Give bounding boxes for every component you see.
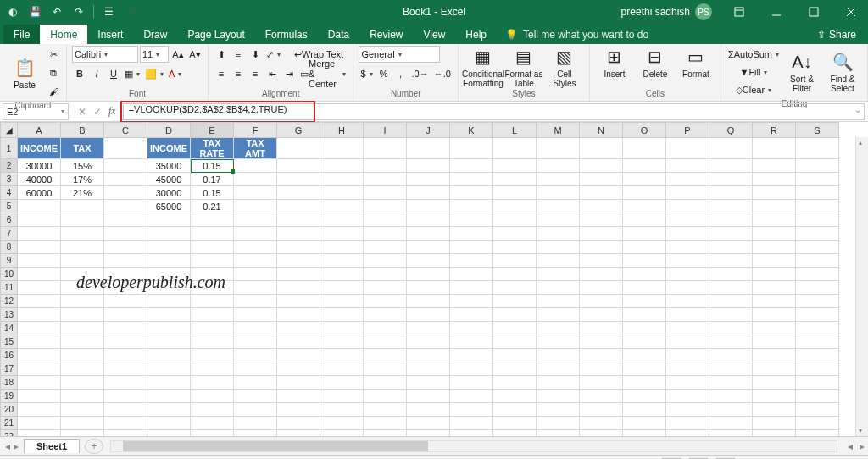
align-right-icon[interactable]: ≡ [248,65,263,82]
cell[interactable] [234,295,277,308]
cell[interactable] [666,227,709,241]
cell[interactable] [753,186,796,200]
cell[interactable] [580,295,623,308]
cell[interactable] [623,173,666,186]
cell[interactable] [147,322,191,335]
indent-right-icon[interactable]: ⇥ [281,65,297,82]
cell[interactable] [709,138,753,159]
cell[interactable] [364,349,407,362]
format-painter-icon[interactable]: 🖌 [46,83,61,100]
cell[interactable] [450,213,493,227]
cell[interactable] [277,138,320,159]
col-header[interactable]: S [796,123,839,138]
cell[interactable] [277,362,320,376]
cell[interactable] [709,159,753,173]
cell[interactable] [407,390,450,403]
row-header[interactable]: 10 [1,268,18,281]
cell[interactable] [623,430,666,438]
cell[interactable] [493,268,537,281]
fill-color-button[interactable]: 🟨 [143,65,165,82]
sort-filter-button[interactable]: A↓Sort & Filter [782,51,821,93]
cell[interactable] [364,138,407,159]
cell[interactable] [104,403,147,417]
bold-button[interactable]: B [72,65,87,82]
fx-icon[interactable]: fx [108,105,116,118]
tab-insert[interactable]: Insert [87,25,133,44]
cell[interactable] [666,138,709,159]
cell[interactable] [18,362,61,376]
cell[interactable] [61,430,104,438]
cell[interactable] [623,281,666,295]
row-header[interactable]: 14 [1,322,18,335]
cell[interactable] [18,295,61,308]
cell[interactable] [623,186,666,200]
cell[interactable] [450,417,493,430]
cell[interactable] [709,308,753,322]
worksheet[interactable]: ◢ A B C D E F G H I J K L M N O P Q R S … [0,122,868,437]
cell[interactable] [537,362,580,376]
cell[interactable] [234,227,277,241]
cell[interactable] [493,281,537,295]
cell[interactable] [407,268,450,281]
cell[interactable] [104,186,147,200]
cell[interactable] [493,335,537,349]
cell[interactable] [320,200,364,213]
cell[interactable] [666,254,709,268]
cell[interactable] [666,213,709,227]
cell[interactable]: TAX AMT [234,138,277,159]
cell[interactable] [709,173,753,186]
select-all-corner[interactable]: ◢ [1,123,18,138]
cell[interactable] [407,295,450,308]
cell[interactable] [753,322,796,335]
cell[interactable] [623,322,666,335]
cell[interactable] [147,308,191,322]
cell[interactable] [580,138,623,159]
cell[interactable] [277,308,320,322]
cell[interactable] [709,417,753,430]
cell[interactable] [580,308,623,322]
cell[interactable] [407,281,450,295]
cell[interactable] [104,349,147,362]
cell[interactable]: INCOME [147,138,191,159]
underline-button[interactable]: U [106,65,121,82]
cell[interactable] [234,200,277,213]
cell[interactable] [666,173,709,186]
cell[interactable] [320,362,364,376]
cell[interactable] [18,322,61,335]
cell[interactable] [234,335,277,349]
cell[interactable] [407,349,450,362]
touch-mode-icon[interactable]: ☰ [101,4,116,19]
cell[interactable] [580,227,623,241]
cell[interactable] [364,335,407,349]
cell[interactable] [753,417,796,430]
cell[interactable] [234,376,277,390]
cell[interactable] [320,159,364,173]
cell[interactable] [450,403,493,417]
cell[interactable] [191,362,234,376]
cell[interactable] [580,390,623,403]
cell[interactable] [407,159,450,173]
cell[interactable] [104,200,147,213]
cell[interactable] [753,173,796,186]
cell[interactable] [493,138,537,159]
save-icon[interactable]: 💾 [27,4,42,19]
col-header[interactable]: O [623,123,666,138]
cell[interactable] [537,173,580,186]
cell[interactable] [580,254,623,268]
cell[interactable] [407,254,450,268]
cell[interactable] [364,417,407,430]
cell[interactable] [753,281,796,295]
cell[interactable] [537,213,580,227]
cell[interactable]: INCOME [18,138,61,159]
decrease-decimal-icon[interactable]: ←.0 [432,65,453,82]
cell[interactable] [320,213,364,227]
cell[interactable] [320,308,364,322]
cancel-formula-icon[interactable]: ✕ [78,106,86,118]
cell[interactable] [537,376,580,390]
cell[interactable] [104,254,147,268]
col-header[interactable]: F [234,123,277,138]
indent-left-icon[interactable]: ⇤ [264,65,280,82]
minimize-icon[interactable] [760,0,793,24]
cell[interactable] [623,159,666,173]
cell[interactable] [753,268,796,281]
